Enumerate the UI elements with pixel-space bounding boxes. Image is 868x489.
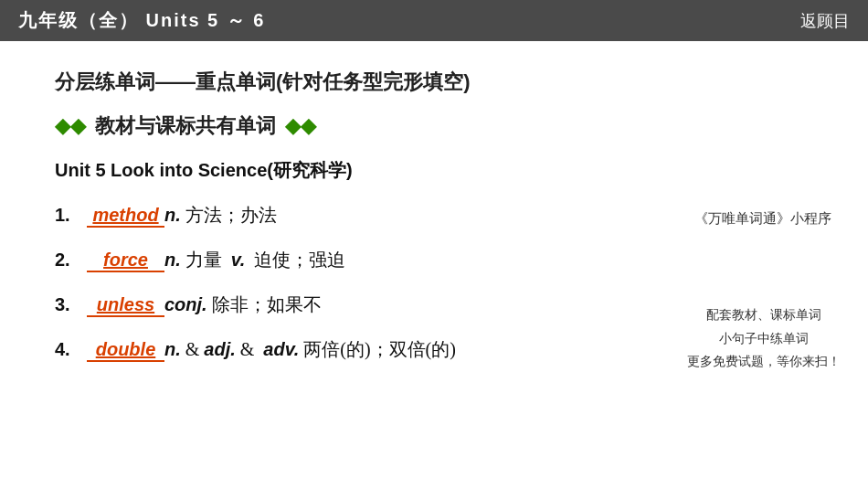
entry-num-2: 2.: [55, 250, 87, 271]
pos-3: conj.: [164, 294, 207, 314]
entry-word-4: double: [87, 339, 164, 362]
diamond-row: ◆◆ 教材与课标共有单词 ◆◆: [55, 112, 813, 140]
word-entry-2: 2. force n. 力量 v. 迫使；强迫: [55, 248, 813, 272]
header-back[interactable]: 返顾目: [800, 10, 850, 32]
def-text-3: 除非；如果不: [207, 294, 322, 314]
entry-word-3: unless: [87, 294, 164, 317]
def-text-2b: 迫使；强迫: [245, 250, 345, 270]
pos-4c: adv.: [263, 339, 299, 359]
header-title: 九年级（全） Units 5 ～ 6: [18, 8, 265, 33]
entry-num-4: 4.: [55, 339, 87, 360]
entry-def-4: n. & adj. & adv. 两倍(的)；双倍(的): [164, 337, 456, 362]
pos-4a: n.: [164, 339, 181, 359]
entry-num-1: 1.: [55, 205, 87, 226]
diamond-left-icon: ◆◆: [55, 114, 86, 138]
entry-def-1: n. 方法；办法: [164, 203, 277, 228]
pos-4b: adj.: [204, 339, 235, 359]
side-note-line-2: 小句子中练单词: [687, 327, 841, 350]
unit-title: Unit 5 Look into Science(研究科学): [55, 158, 813, 183]
unit-title-cn: (研究科学): [267, 160, 352, 180]
entry-word-2: force: [87, 250, 164, 272]
entry-def-2: n. 力量 v. 迫使；强迫: [164, 248, 345, 272]
pos-1: n.: [164, 205, 181, 225]
def-text-4a: &: [181, 339, 205, 359]
header: 九年级（全） Units 5 ～ 6 返顾目: [0, 0, 868, 41]
entry-word-1: method: [87, 205, 164, 228]
diamond-right-icon: ◆◆: [285, 114, 316, 138]
def-text-4b: &: [236, 339, 264, 359]
side-note-line-1: 配套教材、课标单词: [687, 303, 841, 326]
pos-2a: n.: [164, 250, 181, 270]
section-title: 分层练单词——重点单词(针对任务型完形填空): [55, 69, 813, 96]
side-note-line-3: 更多免费试题，等你来扫！: [687, 350, 841, 373]
def-text-2a: 力量: [181, 250, 231, 270]
def-text-4c: 两倍(的)；双倍(的): [299, 339, 456, 359]
diamond-label: 教材与课标共有单词: [95, 112, 276, 140]
entry-num-3: 3.: [55, 294, 87, 315]
entry-def-3: conj. 除非；如果不: [164, 292, 322, 317]
main-content: 分层练单词——重点单词(针对任务型完形填空) ◆◆ 教材与课标共有单词 ◆◆ U…: [0, 41, 868, 400]
def-text-1: 方法；办法: [181, 205, 277, 225]
side-note-bottom: 配套教材、课标单词 小句子中练单词 更多免费试题，等你来扫！: [687, 303, 841, 373]
unit-title-en: Unit 5 Look into Science: [55, 160, 267, 180]
pos-2b: v.: [231, 250, 246, 270]
side-note-top: 《万唯单词通》小程序: [694, 210, 831, 228]
